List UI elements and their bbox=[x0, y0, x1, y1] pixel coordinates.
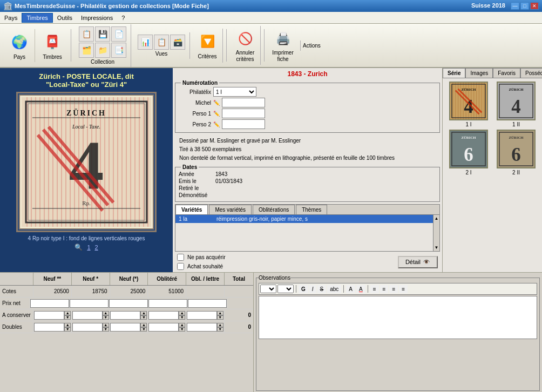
obs-strike-button[interactable]: S bbox=[317, 285, 327, 293]
scroll-up-icon[interactable]: ▲ bbox=[435, 216, 439, 221]
svg-text:ZÜRICH: ZÜRICH bbox=[509, 136, 524, 139]
perso2-pencil-icon: ✏️ bbox=[213, 121, 220, 127]
prix-net-neuf0-input[interactable] bbox=[109, 299, 148, 308]
collection-btn-5[interactable]: 📁 bbox=[95, 43, 110, 58]
variety-col1-0: 1 la bbox=[179, 216, 211, 222]
doubles-obll-input[interactable] bbox=[187, 323, 217, 332]
doubles-neuf0-input[interactable] bbox=[110, 323, 140, 332]
doubles-neuf1-input[interactable] bbox=[72, 323, 103, 332]
obs-divider bbox=[296, 285, 296, 293]
perso1-row: Perso 1 ✏️ bbox=[179, 109, 436, 118]
svg-text:ZÜRICH: ZÜRICH bbox=[461, 87, 476, 91]
menu-help[interactable]: ? bbox=[117, 13, 129, 22]
tab-obliterations[interactable]: Oblitérations bbox=[253, 205, 295, 214]
toolbar-timbres[interactable]: 📮 Timbres bbox=[37, 29, 67, 62]
observations-content[interactable] bbox=[259, 296, 537, 339]
maximize-button[interactable]: □ bbox=[520, 2, 529, 10]
spin-up-btn[interactable]: ▲ bbox=[64, 311, 71, 315]
vues-btn-1[interactable]: 📊 bbox=[138, 35, 153, 50]
col-header-0 bbox=[0, 273, 33, 285]
a-conserver-neuf1-input[interactable] bbox=[72, 311, 103, 320]
obs-align-left-button[interactable]: ≡ bbox=[370, 285, 379, 293]
collection-btn-1[interactable]: 📋 bbox=[79, 26, 94, 42]
philatelix-dropdown[interactable]: 1 I bbox=[213, 87, 256, 97]
a-conserver-neuf2-input[interactable] bbox=[34, 311, 64, 320]
obs-color-button[interactable]: A bbox=[346, 285, 355, 293]
ne-pas-acquerir-checkbox[interactable] bbox=[177, 254, 184, 261]
stamp-thumb-2i[interactable]: ZÜRICH 6 2 I bbox=[446, 130, 491, 175]
obs-underline-button[interactable]: abc bbox=[327, 285, 341, 293]
doubles-neuf2-input[interactable] bbox=[34, 323, 64, 332]
obs-italic-button[interactable]: I bbox=[309, 285, 316, 293]
menu-impressions[interactable]: Impressions bbox=[77, 13, 117, 22]
cotes-neuf0: 25000 bbox=[110, 286, 148, 297]
obs-align-right-button[interactable]: ≡ bbox=[389, 285, 398, 293]
detail-button[interactable]: Détail 👁️ bbox=[398, 256, 438, 268]
vues-btn-3[interactable]: 🗃️ bbox=[170, 35, 185, 50]
demonetise-label: Démonétisé bbox=[179, 192, 211, 198]
timbres-label: Timbres bbox=[43, 54, 62, 60]
prix-net-neuf2-input[interactable] bbox=[30, 299, 69, 308]
magnify-icon[interactable]: 🔍 bbox=[74, 244, 83, 251]
series-tab-possedes[interactable]: Possédés bbox=[520, 68, 542, 78]
toolbar-pays[interactable]: 🌍 Pays bbox=[4, 29, 35, 62]
minimize-button[interactable]: — bbox=[511, 2, 519, 10]
menu-pays[interactable]: Pays bbox=[0, 13, 22, 22]
series-tab-serie[interactable]: Série bbox=[443, 68, 465, 78]
perso1-input[interactable] bbox=[222, 109, 265, 118]
prix-net-oblit-cell bbox=[148, 298, 188, 309]
menu-timbres[interactable]: Timbres bbox=[22, 13, 52, 23]
obs-align-justify-button[interactable]: ≡ bbox=[399, 285, 408, 293]
obs-font-select[interactable] bbox=[260, 285, 276, 293]
a-conserver-neuf0-input[interactable] bbox=[110, 311, 140, 320]
obs-bold-button[interactable]: G bbox=[299, 285, 308, 293]
menu-outils[interactable]: Outils bbox=[53, 13, 77, 22]
obs-size-select[interactable] bbox=[277, 285, 294, 293]
tab-mes-varietes[interactable]: Mes variétés bbox=[209, 205, 252, 214]
tabs-header: Variétés Mes variétés Oblitérations Thèm… bbox=[175, 205, 439, 215]
cotes-obll bbox=[186, 286, 225, 297]
series-tab-favoris[interactable]: Favoris bbox=[493, 68, 520, 78]
perso2-input[interactable] bbox=[222, 119, 265, 129]
collection-btn-2[interactable]: 💾 bbox=[95, 26, 110, 42]
stamp-thumb-1ii[interactable]: ZÜRICH 4 1 II bbox=[493, 82, 539, 127]
page-link-2[interactable]: 2 bbox=[95, 244, 98, 251]
collection-btn-6[interactable]: 📑 bbox=[111, 43, 126, 58]
annuler-criteres-button[interactable]: 🚫 Annulercritères bbox=[230, 26, 261, 65]
eye-icon: 👁️ bbox=[423, 259, 430, 266]
collection-btn-3[interactable]: 📄 bbox=[111, 26, 126, 42]
tab-themes[interactable]: Thèmes bbox=[296, 205, 327, 214]
col-header-total: Total bbox=[225, 273, 253, 285]
stamp-thumb-2ii[interactable]: ZÜRICH 6 2 II bbox=[493, 130, 539, 175]
stamp-nav: 🔍 1 2 bbox=[74, 244, 98, 251]
achat-souhaite-label: Achat souhaité bbox=[187, 263, 223, 269]
prix-net-obll-input[interactable] bbox=[188, 299, 227, 308]
dates-legend: Dates bbox=[181, 164, 199, 170]
tab-scrollbar[interactable]: ▲ ▼ bbox=[433, 215, 439, 251]
page-link-1[interactable]: 1 bbox=[87, 244, 90, 251]
close-button[interactable]: ✕ bbox=[530, 2, 539, 10]
svg-text:Rp.: Rp. bbox=[82, 200, 91, 206]
scroll-down-icon[interactable]: ▼ bbox=[435, 245, 439, 250]
imprimer-fiche-button[interactable]: 🖨️ Imprimerfiche bbox=[268, 26, 298, 65]
spin-down-btn[interactable]: ▼ bbox=[64, 315, 71, 320]
variety-row-0[interactable]: 1 la réimpression gris-noir, papier minc… bbox=[175, 215, 433, 223]
prix-net-oblit-input[interactable] bbox=[148, 299, 187, 308]
michel-input[interactable] bbox=[222, 98, 265, 107]
vues-btn-2[interactable]: 📋 bbox=[154, 35, 169, 50]
achat-souhaite-checkbox[interactable] bbox=[177, 263, 184, 270]
tab-varietes[interactable]: Variétés bbox=[175, 205, 208, 214]
col-header-neuf1: Neuf * bbox=[72, 273, 110, 285]
series-tab-images[interactable]: Images bbox=[465, 68, 493, 78]
a-conserver-oblit-input[interactable] bbox=[148, 311, 179, 320]
a-conserver-obll-input[interactable] bbox=[187, 311, 217, 320]
obs-align-center-button[interactable]: ≡ bbox=[380, 285, 389, 293]
obs-bgcolor-button[interactable]: A bbox=[356, 285, 365, 293]
criteres-button[interactable]: 🔽 Critères bbox=[197, 31, 218, 59]
prix-net-neuf1-input[interactable] bbox=[70, 299, 109, 308]
cotes-oblit: 51000 bbox=[148, 286, 186, 297]
stamp-thumb-1i[interactable]: ZÜRICH 4 1 I bbox=[446, 82, 491, 127]
divider-3 bbox=[264, 29, 265, 62]
doubles-oblit-input[interactable] bbox=[148, 323, 179, 332]
collection-btn-4[interactable]: 🗂️ bbox=[79, 43, 94, 58]
